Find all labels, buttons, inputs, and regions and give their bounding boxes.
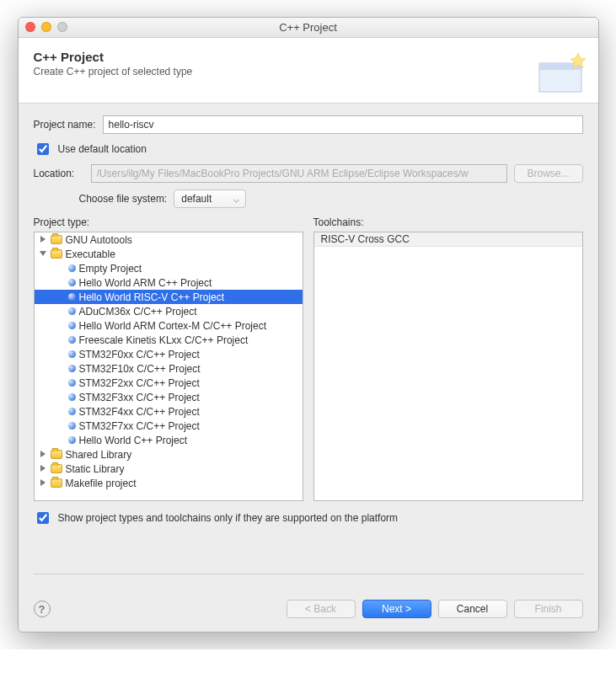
tree-item[interactable]: STM32F2xx C/C++ Project	[35, 376, 303, 390]
template-icon	[68, 264, 76, 272]
template-icon	[68, 322, 76, 329]
template-icon	[68, 293, 76, 301]
tree-item[interactable]: STM32F10x C/C++ Project	[35, 361, 303, 376]
zoom-icon[interactable]	[57, 22, 67, 32]
tree-item[interactable]: STM32F0xx C/C++ Project	[35, 347, 303, 361]
page-subtitle: Create C++ project of selected type	[34, 66, 583, 77]
toolchains-list[interactable]: RISC-V Cross GCC	[313, 232, 583, 501]
location-label: Location:	[34, 168, 84, 179]
tree-item-label: STM32F0xx C/C++ Project	[79, 349, 200, 360]
tree-item-label: STM32F4xx C/C++ Project	[79, 406, 200, 418]
folder-icon	[51, 464, 62, 473]
template-icon	[68, 436, 76, 444]
project-type-label: Project type:	[34, 216, 303, 228]
tree-item[interactable]: STM32F4xx C/C++ Project	[35, 404, 303, 419]
tree-item-label: Executable	[66, 248, 115, 260]
location-input	[91, 164, 507, 183]
template-icon	[68, 279, 76, 286]
tree-item[interactable]: STM32F3xx C/C++ Project	[35, 390, 303, 404]
tree-item[interactable]: Hello World ARM C++ Project	[35, 275, 303, 290]
disclosure-icon[interactable]	[40, 465, 47, 472]
template-icon	[68, 379, 76, 387]
tree-item-label: Freescale Kinetis KLxx C/C++ Project	[79, 334, 249, 346]
tree-item-label: Shared Library	[66, 449, 132, 461]
toolchain-item[interactable]: RISC-V Cross GCC	[314, 232, 582, 247]
page-title: C++ Project	[34, 50, 583, 64]
tree-item[interactable]: Empty Project	[35, 261, 303, 275]
disclosure-icon[interactable]	[40, 250, 47, 258]
choose-fs-select[interactable]: default	[174, 190, 246, 208]
tree-item[interactable]: ADuCM36x C/C++ Project	[35, 304, 303, 318]
tree-category[interactable]: Makefile project	[35, 476, 303, 490]
tree-item-label: STM32F3xx C/C++ Project	[79, 392, 200, 403]
disclosure-icon[interactable]	[40, 236, 47, 243]
folder-icon	[51, 450, 62, 459]
tree-item-label: Hello World C++ Project	[79, 435, 188, 446]
tree-item-label: ADuCM36x C/C++ Project	[79, 306, 197, 318]
template-icon	[68, 365, 76, 372]
tree-item-label: Hello World RISC-V C++ Project	[79, 291, 225, 303]
template-icon	[68, 307, 76, 315]
project-name-input[interactable]	[103, 115, 583, 134]
wizard-footer: ? < Back Next > Cancel Finish	[19, 591, 598, 632]
tree-item-label: STM32F10x C/C++ Project	[79, 363, 201, 375]
template-icon	[68, 350, 76, 358]
wizard-banner-icon	[536, 46, 590, 97]
tree-category[interactable]: Static Library	[35, 462, 303, 476]
template-icon	[68, 393, 76, 401]
next-button[interactable]: Next >	[362, 600, 431, 618]
toolchains-label: Toolchains:	[313, 216, 583, 228]
wizard-header: C++ Project Create C++ project of select…	[19, 38, 598, 104]
template-icon	[68, 408, 76, 415]
toolchain-label: RISC-V Cross GCC	[321, 233, 410, 245]
tree-item[interactable]: Hello World ARM Cortex-M C/C++ Project	[35, 318, 303, 333]
choose-fs-value: default	[181, 193, 212, 205]
tree-item[interactable]: STM32F7xx C/C++ Project	[35, 419, 303, 433]
tree-item-label: STM32F7xx C/C++ Project	[79, 420, 200, 432]
tree-item-label: Empty Project	[79, 263, 142, 275]
use-default-location-checkbox[interactable]	[37, 143, 49, 155]
folder-icon	[51, 235, 62, 244]
tree-item-label: Hello World ARM C++ Project	[79, 277, 212, 289]
tree-item-label: STM32F2xx C/C++ Project	[79, 377, 200, 389]
browse-button: Browse...	[514, 164, 583, 183]
tree-category[interactable]: Shared Library	[35, 447, 303, 462]
cancel-button[interactable]: Cancel	[438, 600, 507, 618]
minimize-icon[interactable]	[41, 22, 51, 32]
tree-category[interactable]: Executable	[35, 247, 303, 261]
window-title: C++ Project	[279, 21, 337, 34]
tree-item[interactable]: Hello World RISC-V C++ Project	[35, 290, 303, 304]
use-default-location-label: Use default location	[58, 143, 147, 155]
tree-category[interactable]: GNU Autotools	[35, 232, 303, 247]
window-controls	[25, 22, 67, 32]
template-icon	[68, 336, 76, 344]
close-icon[interactable]	[25, 22, 35, 32]
disclosure-icon[interactable]	[40, 479, 47, 487]
tree-item[interactable]: Freescale Kinetis KLxx C/C++ Project	[35, 333, 303, 347]
back-button: < Back	[287, 600, 356, 618]
filter-supported-label: Show project types and toolchains only i…	[58, 512, 399, 524]
tree-item-label: Static Library	[66, 463, 125, 475]
tree-item[interactable]: Hello World C++ Project	[35, 433, 303, 447]
folder-icon	[51, 478, 62, 488]
footer-divider	[34, 574, 583, 574]
tree-item-label: Makefile project	[66, 478, 137, 489]
project-name-label: Project name:	[34, 119, 96, 131]
tree-item-label: GNU Autotools	[66, 234, 132, 246]
template-icon	[68, 422, 76, 430]
filter-supported-checkbox[interactable]	[37, 512, 49, 524]
disclosure-icon[interactable]	[40, 451, 47, 458]
help-icon[interactable]: ?	[34, 601, 51, 617]
finish-button: Finish	[514, 600, 583, 618]
titlebar: C++ Project	[19, 18, 598, 38]
wizard-body: Project name: Use default location Locat…	[19, 104, 598, 591]
wizard-window: C++ Project C++ Project Create C++ proje…	[18, 17, 599, 633]
tree-item-label: Hello World ARM Cortex-M C/C++ Project	[79, 320, 267, 332]
project-type-tree[interactable]: GNU AutotoolsExecutableEmpty ProjectHell…	[34, 232, 303, 501]
folder-icon	[51, 249, 62, 259]
choose-fs-label: Choose file system:	[79, 193, 168, 205]
